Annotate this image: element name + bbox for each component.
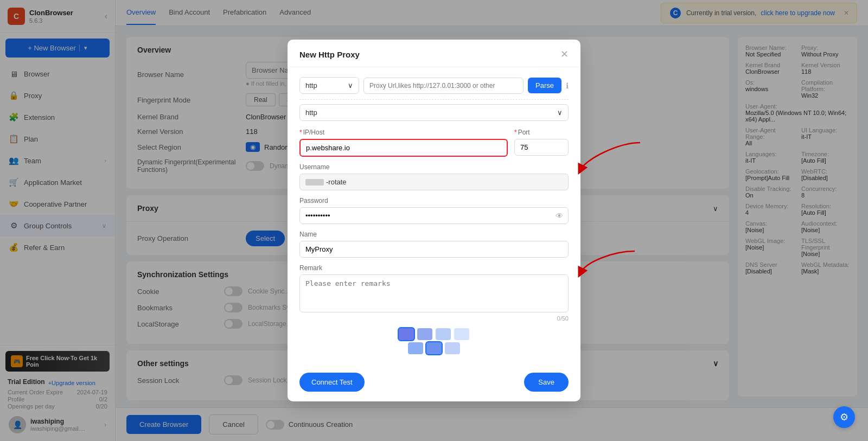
annotation-arrow-2 — [575, 246, 640, 300]
proxy-url-input[interactable] — [363, 78, 524, 94]
remark-count: 0/50 — [299, 315, 569, 322]
modal-overlay[interactable]: New Http Proxy ✕ http ∨ Parse ℹ http ∨ — [0, 0, 868, 441]
eye-icon[interactable]: 👁 — [556, 212, 563, 220]
remark-textarea[interactable] — [299, 274, 569, 312]
proxy-type-arrow-icon: ∨ — [348, 81, 353, 90]
ip-host-input[interactable] — [299, 139, 508, 157]
color-swatch-4[interactable] — [454, 328, 469, 340]
connect-test-button[interactable]: Connect Test — [299, 373, 365, 392]
color-swatch-6[interactable] — [426, 342, 442, 354]
username-blur — [305, 179, 324, 186]
modal-title: New Http Proxy — [299, 50, 360, 59]
port-required-marker: * — [514, 129, 517, 136]
color-swatch-3[interactable] — [436, 328, 451, 340]
ip-required-marker: * — [299, 129, 302, 136]
color-swatch-5[interactable] — [408, 342, 423, 354]
color-swatch-1[interactable] — [399, 328, 414, 340]
modal-close-button[interactable]: ✕ — [560, 49, 569, 59]
username-label: Username — [299, 163, 569, 171]
password-input[interactable] — [299, 207, 569, 224]
ip-host-label: IP/Host — [303, 129, 324, 136]
color-swatch-2[interactable] — [417, 328, 432, 340]
help-icon[interactable]: ℹ — [566, 81, 569, 90]
chat-fab-button[interactable]: ⚙ — [833, 406, 855, 428]
username-suffix: -rotate — [326, 178, 347, 186]
save-button[interactable]: Save — [524, 373, 569, 392]
parse-button[interactable]: Parse — [528, 78, 561, 93]
protocol-select[interactable]: http ∨ — [299, 104, 569, 121]
name-label: Name — [299, 231, 569, 238]
name-input[interactable] — [299, 241, 569, 258]
remark-label: Remark — [299, 264, 569, 272]
proxy-type-select[interactable]: http ∨ — [299, 77, 359, 94]
port-label: Port — [518, 129, 530, 136]
protocol-arrow-icon: ∨ — [557, 108, 563, 117]
annotation-arrow-1 — [575, 137, 646, 246]
protocol-value: http — [305, 108, 317, 117]
password-label: Password — [299, 197, 569, 204]
color-swatch-7[interactable] — [445, 342, 460, 354]
username-field: -rotate — [299, 174, 569, 190]
new-http-proxy-modal: New Http Proxy ✕ http ∨ Parse ℹ http ∨ — [288, 40, 580, 401]
proxy-type-value: http — [305, 81, 317, 90]
port-input[interactable] — [514, 139, 569, 156]
